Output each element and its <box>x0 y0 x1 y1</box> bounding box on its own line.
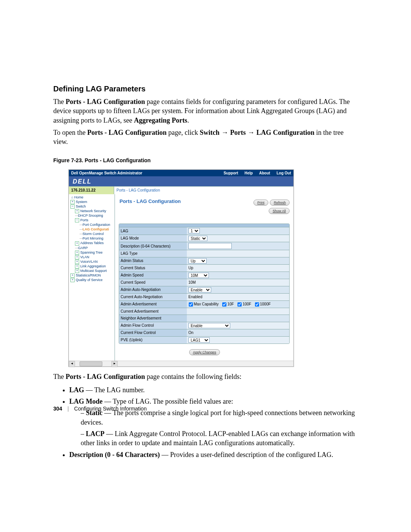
expand-icon[interactable]: + <box>70 278 75 282</box>
adv-10f-checkbox[interactable] <box>222 302 226 307</box>
breadcrumb: Ports - LAG Configuration <box>114 187 293 194</box>
adv-100f-label: 100F <box>242 302 251 306</box>
adv-100f-checkbox[interactable] <box>237 302 242 307</box>
tree-system[interactable]: +System <box>70 200 115 204</box>
show-all-button[interactable]: Show All <box>269 208 290 214</box>
label-admin-speed: Admin Speed <box>119 272 187 279</box>
adv-max-checkbox[interactable] <box>189 302 193 307</box>
chapter-name: Configuring Switch Information <box>74 406 147 412</box>
text: The <box>53 98 65 105</box>
label-current-flow-control: Current Flow Control <box>119 329 187 337</box>
expand-icon[interactable]: + <box>75 260 79 264</box>
tree-address-tables[interactable]: +Address Tables <box>70 241 115 245</box>
tree-port-mirroring[interactable]: —Port Mirroring <box>70 236 115 241</box>
bold-term: Description (0 - 64 Characters) <box>69 451 160 459</box>
tree-qos[interactable]: +Quality of Service <box>70 278 115 282</box>
pve-select[interactable]: LAG1 <box>188 337 210 343</box>
bold-term: Ports - LAG Configuration <box>87 129 167 136</box>
horizontal-scrollbar[interactable]: ◄ ► <box>69 361 293 366</box>
expand-icon[interactable]: + <box>75 269 79 273</box>
tree-multicast-support[interactable]: +Multicast Support <box>70 268 115 273</box>
config-form: LAG 1 LAG Mode Static Description (0-64 … <box>119 224 290 344</box>
lag-mode-select[interactable]: Static <box>188 236 207 241</box>
home-icon: ⌂ <box>70 195 74 200</box>
print-button[interactable]: Print <box>253 200 268 206</box>
expand-icon[interactable]: + <box>75 264 79 268</box>
tree-garp[interactable]: —GARP <box>70 246 115 250</box>
list-item: Description (0 - 64 Characters) — Provid… <box>69 450 358 459</box>
expand-icon[interactable]: + <box>75 251 79 255</box>
bold-term: Aggregating Ports <box>134 117 187 124</box>
tree-switch[interactable]: −Switch <box>70 204 115 209</box>
document-page: Defining LAG Parameters The Ports - LAG … <box>0 0 411 459</box>
list-item: LAG Mode — Type of LAG. The possible fie… <box>69 397 358 447</box>
label-admin-status: Admin Status <box>119 257 187 265</box>
expand-icon[interactable]: + <box>75 209 79 213</box>
adv-1000f-label: 1000F <box>260 302 271 306</box>
lag-select[interactable]: 1 <box>188 228 200 233</box>
label-current-speed: Current Speed <box>119 279 187 286</box>
list-item: LAG — The LAG number. <box>69 385 358 395</box>
admin-flow-select[interactable]: Enable <box>188 323 230 328</box>
label-current-autoneg: Current Auto-Negotiation <box>119 294 187 301</box>
tree-lag-configuration[interactable]: —LAG Configurati <box>70 227 115 232</box>
page-footer: 304 | Configuring Switch Information <box>53 405 358 412</box>
description-input[interactable] <box>188 243 232 249</box>
para-intro-2: To open the Ports - LAG Configuration pa… <box>53 128 358 147</box>
about-link[interactable]: About <box>259 171 270 175</box>
nav-tree[interactable]: ⌂Home +System −Switch +Network Security … <box>69 194 115 361</box>
label-current-advertisement: Current Advertisement <box>119 308 187 315</box>
label-lag: LAG <box>119 227 187 235</box>
page-number: 304 <box>53 406 62 412</box>
tree-link-aggregation[interactable]: +Link Aggregation <box>70 264 115 268</box>
para-fields-intro: The Ports - LAG Configuration page conta… <box>53 372 358 381</box>
scroll-thumb[interactable] <box>80 361 102 366</box>
scroll-left-icon[interactable]: ◄ <box>69 361 75 367</box>
value-admin-advertisement: Max Capability 10F 100F 1000F <box>187 300 289 308</box>
tree-vlan[interactable]: +VLAN <box>70 255 115 259</box>
collapse-icon[interactable]: − <box>70 204 75 209</box>
apply-changes-button[interactable]: Apply Changes <box>189 349 220 355</box>
bold-term: LAG Mode <box>69 398 103 405</box>
section-heading: Defining LAG Parameters <box>53 84 358 94</box>
text: . <box>187 117 189 124</box>
arrow-icon: → <box>246 129 256 136</box>
panel-header: Ports - LAG Configuration Print Refresh … <box>115 194 293 222</box>
tree-home[interactable]: ⌂Home <box>70 195 115 200</box>
tree-dhcp-snooping[interactable]: —DHCP Snooping <box>70 213 115 218</box>
para-intro-1: The Ports - LAG Configuration page conta… <box>53 97 358 125</box>
label-lag-mode: LAG Mode <box>119 235 187 242</box>
tree-spanning-tree[interactable]: +Spanning Tree <box>70 250 115 255</box>
logout-link[interactable]: Log Out <box>277 171 291 175</box>
list-item: LACP — Link Aggregate Control Protocol. … <box>81 429 358 448</box>
tree-statistics-rmon[interactable]: +Statistics/RMON <box>70 273 115 278</box>
text: — Link Aggregate Control Protocol. LACP-… <box>81 430 355 447</box>
value-lag-type <box>187 250 289 257</box>
dell-logo: DELL <box>73 177 92 186</box>
refresh-button[interactable]: Refresh <box>270 200 290 206</box>
expand-icon[interactable]: + <box>70 273 75 278</box>
collapse-icon[interactable]: − <box>75 218 79 222</box>
admin-autoneg-select[interactable]: Enable <box>188 287 211 292</box>
app-screenshot: Dell OpenManage Switch Administrator Sup… <box>68 169 294 367</box>
expand-icon[interactable]: + <box>75 255 79 259</box>
tree-voicevlan[interactable]: +VoiceVLAN <box>70 259 115 264</box>
expand-icon[interactable]: + <box>70 200 75 204</box>
expand-icon[interactable]: + <box>75 241 79 246</box>
admin-status-select[interactable]: Up <box>188 258 207 264</box>
text: — The LAG number. <box>84 386 145 394</box>
tree-storm-control[interactable]: —Storm Control <box>70 232 115 236</box>
value-current-autoneg: Enabled <box>187 294 289 301</box>
tree-network-security[interactable]: +Network Security <box>70 209 115 213</box>
tree-ports[interactable]: −Ports <box>70 218 115 222</box>
help-link[interactable]: Help <box>245 171 253 175</box>
tree-port-configuration[interactable]: —Port Configuration <box>70 222 115 227</box>
text: — Type of LAG. The possible field values… <box>103 398 233 405</box>
admin-speed-select[interactable]: 10M <box>188 273 209 278</box>
scroll-right-icon[interactable]: ► <box>112 361 118 367</box>
value-current-speed: 10M <box>187 279 289 286</box>
support-link[interactable]: Support <box>223 171 238 175</box>
adv-1000f-checkbox[interactable] <box>255 302 259 307</box>
bold-term: Ports - LAG Configuration <box>65 98 145 105</box>
bold-term: LAG Configuration <box>256 129 315 136</box>
